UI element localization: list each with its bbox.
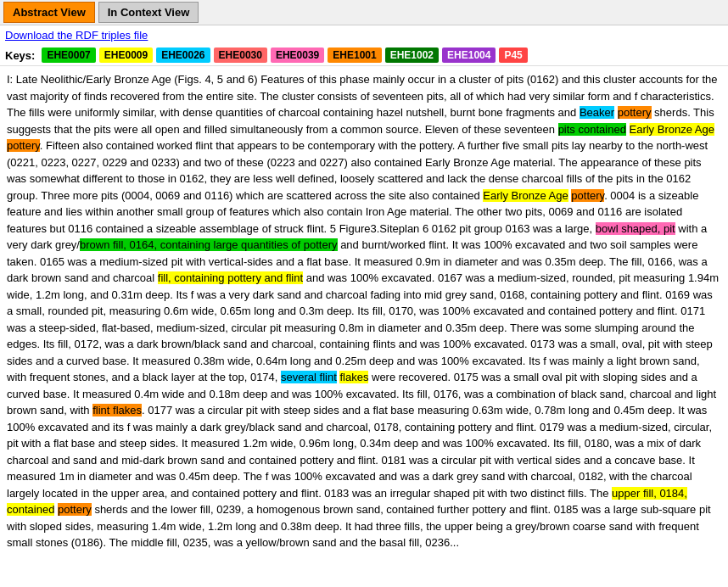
highlight-pits-contained: pits contained — [558, 123, 626, 136]
highlight-pottery3: pottery — [571, 189, 604, 202]
highlight-bowl-shaped: bowl shaped, pit — [596, 222, 675, 235]
key-p45[interactable]: P45 — [499, 48, 527, 63]
key-ehe1004[interactable]: EHE1004 — [442, 48, 496, 63]
key-ehe1001[interactable]: EHE1001 — [328, 48, 381, 63]
highlight-fill-containing: fill, containing pottery and flint — [158, 271, 303, 284]
highlight-beaker: Beaker — [580, 106, 614, 119]
download-rdf-link[interactable]: Download the RDF triples file — [0, 25, 728, 45]
highlight-several-flint: several flint — [281, 371, 337, 383]
tab-context-view[interactable]: In Context View — [98, 2, 199, 23]
keys-label: Keys: — [5, 49, 35, 62]
content-paragraph: I: Late Neolithic/Early Bronze Age (Figs… — [7, 71, 721, 551]
highlight-brown-fill: brown fill, 0164, containing large quant… — [80, 238, 338, 251]
key-ehe0009[interactable]: EHE0009 — [99, 48, 153, 63]
highlight-pottery1: pottery — [618, 106, 652, 119]
content-area: I: Late Neolithic/Early Bronze Age (Figs… — [0, 66, 728, 575]
highlight-pottery4: pottery — [58, 503, 92, 516]
highlight-flint-flakes2: flint flakes — [92, 404, 142, 416]
key-ehe1002[interactable]: EHE1002 — [385, 48, 439, 63]
key-ehe0039[interactable]: EHE0039 — [271, 48, 324, 63]
key-ehe0030[interactable]: EHE0030 — [214, 48, 267, 63]
highlight-upper-fill: upper fill, 0184, contained — [7, 487, 687, 517]
tab-abstract-view[interactable]: Abstract View — [3, 2, 95, 23]
keys-bar: Keys: EHE0007 EHE0009 EHE0026 EHE0030 EH… — [0, 45, 728, 66]
highlight-early-bronze2: Early Bronze Age — [483, 189, 568, 202]
highlight-pottery2: pottery — [7, 139, 40, 152]
key-ehe0026[interactable]: EHE0026 — [156, 48, 210, 63]
highlight-flakes1: flakes — [339, 371, 368, 383]
top-bar: Abstract View In Context View — [0, 0, 728, 25]
key-ehe0007[interactable]: EHE0007 — [42, 48, 95, 63]
highlight-early-bronze1: Early Bronze Age — [630, 123, 714, 136]
